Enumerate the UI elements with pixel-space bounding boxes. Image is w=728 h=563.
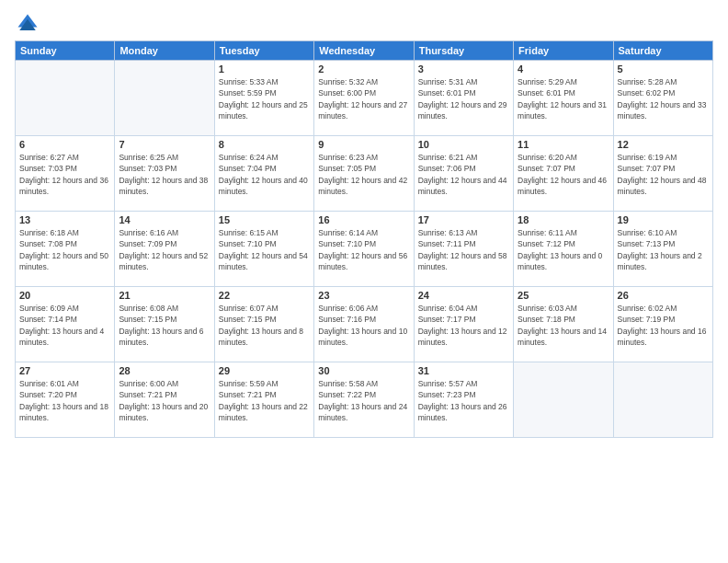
day-detail: Sunrise: 6:07 AMSunset: 7:15 PMDaylight:… [219, 303, 310, 348]
calendar-cell: 31Sunrise: 5:57 AMSunset: 7:23 PMDayligh… [414, 362, 513, 438]
day-number: 18 [518, 214, 609, 225]
calendar-cell [514, 362, 613, 438]
calendar-week-row: 20Sunrise: 6:09 AMSunset: 7:14 PMDayligh… [16, 287, 713, 362]
calendar-week-row: 1Sunrise: 5:33 AMSunset: 5:59 PMDaylight… [16, 61, 713, 136]
day-detail: Sunrise: 5:59 AMSunset: 7:21 PMDaylight:… [219, 378, 310, 423]
day-detail: Sunrise: 6:18 AMSunset: 7:08 PMDaylight:… [19, 227, 110, 272]
calendar-cell: 2Sunrise: 5:32 AMSunset: 6:00 PMDaylight… [314, 61, 414, 136]
day-detail: Sunrise: 5:32 AMSunset: 6:00 PMDaylight:… [318, 76, 409, 121]
day-detail: Sunrise: 6:23 AMSunset: 7:05 PMDaylight:… [318, 152, 409, 197]
day-number: 7 [119, 139, 210, 150]
day-detail: Sunrise: 6:11 AMSunset: 7:12 PMDaylight:… [518, 227, 609, 272]
day-number: 23 [318, 290, 409, 301]
calendar-cell: 25Sunrise: 6:03 AMSunset: 7:18 PMDayligh… [514, 287, 613, 362]
day-number: 30 [318, 365, 409, 376]
calendar-cell: 12Sunrise: 6:19 AMSunset: 7:07 PMDayligh… [613, 136, 712, 212]
day-number: 4 [518, 63, 609, 75]
calendar-cell: 16Sunrise: 6:14 AMSunset: 7:10 PMDayligh… [314, 212, 414, 287]
day-detail: Sunrise: 5:57 AMSunset: 7:23 PMDaylight:… [418, 378, 509, 423]
day-detail: Sunrise: 6:02 AMSunset: 7:19 PMDaylight:… [618, 303, 709, 348]
weekday-header: Saturday [613, 41, 712, 61]
day-number: 24 [418, 290, 509, 301]
day-number: 9 [318, 139, 409, 150]
calendar-cell: 14Sunrise: 6:16 AMSunset: 7:09 PMDayligh… [115, 212, 214, 287]
day-detail: Sunrise: 6:14 AMSunset: 7:10 PMDaylight:… [318, 227, 409, 272]
day-number: 28 [119, 365, 210, 376]
logo-icon [15, 11, 40, 37]
calendar-cell: 5Sunrise: 5:28 AMSunset: 6:02 PMDaylight… [613, 61, 712, 136]
day-detail: Sunrise: 5:31 AMSunset: 6:01 PMDaylight:… [418, 76, 509, 121]
day-detail: Sunrise: 5:29 AMSunset: 6:01 PMDaylight:… [518, 76, 609, 121]
calendar-week-row: 6Sunrise: 6:27 AMSunset: 7:03 PMDaylight… [16, 136, 713, 212]
day-detail: Sunrise: 6:04 AMSunset: 7:17 PMDaylight:… [418, 303, 509, 348]
day-detail: Sunrise: 6:15 AMSunset: 7:10 PMDaylight:… [219, 227, 310, 272]
day-number: 10 [418, 139, 509, 150]
calendar-cell: 7Sunrise: 6:25 AMSunset: 7:03 PMDaylight… [115, 136, 214, 212]
logo [15, 11, 44, 37]
day-detail: Sunrise: 5:58 AMSunset: 7:22 PMDaylight:… [318, 378, 409, 423]
calendar-cell: 19Sunrise: 6:10 AMSunset: 7:13 PMDayligh… [613, 212, 712, 287]
weekday-header: Thursday [414, 41, 513, 61]
day-number: 19 [618, 214, 709, 225]
calendar-cell: 9Sunrise: 6:23 AMSunset: 7:05 PMDaylight… [314, 136, 414, 212]
day-number: 17 [418, 214, 509, 225]
weekday-header: Friday [514, 41, 613, 61]
calendar-cell: 22Sunrise: 6:07 AMSunset: 7:15 PMDayligh… [214, 287, 313, 362]
day-number: 22 [219, 290, 310, 301]
calendar-week-row: 27Sunrise: 6:01 AMSunset: 7:20 PMDayligh… [16, 362, 713, 438]
calendar-cell: 10Sunrise: 6:21 AMSunset: 7:06 PMDayligh… [414, 136, 513, 212]
day-number: 16 [318, 214, 409, 225]
day-number: 29 [219, 365, 310, 376]
calendar-cell: 3Sunrise: 5:31 AMSunset: 6:01 PMDaylight… [414, 61, 513, 136]
day-detail: Sunrise: 6:25 AMSunset: 7:03 PMDaylight:… [119, 152, 210, 197]
day-number: 11 [518, 139, 609, 150]
calendar-cell: 20Sunrise: 6:09 AMSunset: 7:14 PMDayligh… [16, 287, 115, 362]
day-detail: Sunrise: 6:01 AMSunset: 7:20 PMDaylight:… [19, 378, 110, 423]
calendar-cell: 21Sunrise: 6:08 AMSunset: 7:15 PMDayligh… [115, 287, 214, 362]
calendar-cell: 23Sunrise: 6:06 AMSunset: 7:16 PMDayligh… [314, 287, 414, 362]
page: SundayMondayTuesdayWednesdayThursdayFrid… [0, 0, 728, 563]
day-number: 5 [618, 63, 709, 75]
calendar-cell: 27Sunrise: 6:01 AMSunset: 7:20 PMDayligh… [16, 362, 115, 438]
day-number: 27 [19, 365, 110, 376]
calendar-cell: 28Sunrise: 6:00 AMSunset: 7:21 PMDayligh… [115, 362, 214, 438]
calendar-cell [115, 61, 214, 136]
day-number: 26 [618, 290, 709, 301]
calendar-cell: 18Sunrise: 6:11 AMSunset: 7:12 PMDayligh… [514, 212, 613, 287]
calendar-cell: 8Sunrise: 6:24 AMSunset: 7:04 PMDaylight… [214, 136, 313, 212]
day-detail: Sunrise: 6:10 AMSunset: 7:13 PMDaylight:… [618, 227, 709, 272]
day-number: 6 [19, 139, 110, 150]
day-number: 3 [418, 63, 509, 75]
calendar-cell: 30Sunrise: 5:58 AMSunset: 7:22 PMDayligh… [314, 362, 414, 438]
weekday-header-row: SundayMondayTuesdayWednesdayThursdayFrid… [16, 41, 713, 61]
weekday-header: Wednesday [314, 41, 414, 61]
calendar-cell: 4Sunrise: 5:29 AMSunset: 6:01 PMDaylight… [514, 61, 613, 136]
day-detail: Sunrise: 6:03 AMSunset: 7:18 PMDaylight:… [518, 303, 609, 348]
day-number: 21 [119, 290, 210, 301]
calendar-cell: 24Sunrise: 6:04 AMSunset: 7:17 PMDayligh… [414, 287, 513, 362]
day-detail: Sunrise: 6:19 AMSunset: 7:07 PMDaylight:… [618, 152, 709, 197]
day-detail: Sunrise: 6:20 AMSunset: 7:07 PMDaylight:… [518, 152, 609, 197]
day-detail: Sunrise: 6:16 AMSunset: 7:09 PMDaylight:… [119, 227, 210, 272]
calendar-cell: 29Sunrise: 5:59 AMSunset: 7:21 PMDayligh… [214, 362, 313, 438]
day-detail: Sunrise: 6:13 AMSunset: 7:11 PMDaylight:… [418, 227, 509, 272]
header [15, 11, 713, 37]
calendar-cell: 17Sunrise: 6:13 AMSunset: 7:11 PMDayligh… [414, 212, 513, 287]
day-detail: Sunrise: 5:28 AMSunset: 6:02 PMDaylight:… [618, 76, 709, 121]
day-number: 25 [518, 290, 609, 301]
day-detail: Sunrise: 6:08 AMSunset: 7:15 PMDaylight:… [119, 303, 210, 348]
calendar-cell: 6Sunrise: 6:27 AMSunset: 7:03 PMDaylight… [16, 136, 115, 212]
calendar-cell [16, 61, 115, 136]
day-detail: Sunrise: 5:33 AMSunset: 5:59 PMDaylight:… [219, 76, 310, 121]
day-detail: Sunrise: 6:09 AMSunset: 7:14 PMDaylight:… [19, 303, 110, 348]
day-number: 15 [219, 214, 310, 225]
day-detail: Sunrise: 6:21 AMSunset: 7:06 PMDaylight:… [418, 152, 509, 197]
day-number: 1 [219, 63, 310, 75]
day-number: 8 [219, 139, 310, 150]
weekday-header: Tuesday [214, 41, 313, 61]
calendar-cell: 13Sunrise: 6:18 AMSunset: 7:08 PMDayligh… [16, 212, 115, 287]
calendar-cell: 11Sunrise: 6:20 AMSunset: 7:07 PMDayligh… [514, 136, 613, 212]
day-detail: Sunrise: 6:24 AMSunset: 7:04 PMDaylight:… [219, 152, 310, 197]
calendar-cell: 1Sunrise: 5:33 AMSunset: 5:59 PMDaylight… [214, 61, 313, 136]
weekday-header: Monday [115, 41, 214, 61]
